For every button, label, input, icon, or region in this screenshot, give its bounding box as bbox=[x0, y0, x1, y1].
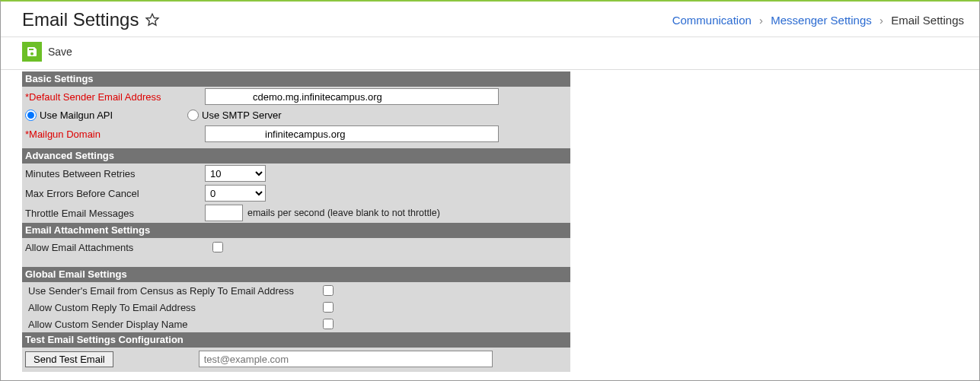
minutes-retries-label: Minutes Between Retries bbox=[25, 168, 205, 179]
page-title: Email Settings bbox=[22, 9, 139, 30]
toolbar: Save bbox=[1, 37, 979, 70]
chevron-right-icon: › bbox=[879, 14, 883, 27]
section-test-header: Test Email Settings Configuration bbox=[22, 332, 570, 348]
star-icon[interactable] bbox=[145, 12, 160, 27]
radio-smtp-label: Use SMTP Server bbox=[202, 110, 282, 121]
max-errors-label: Max Errors Before Cancel bbox=[25, 188, 205, 199]
default-sender-label: *Default Sender Email Address bbox=[25, 91, 205, 103]
mailgun-domain-label: *Mailgun Domain bbox=[25, 129, 205, 140]
test-email-input[interactable] bbox=[199, 351, 493, 367]
mailgun-domain-input[interactable] bbox=[205, 125, 499, 142]
send-test-email-button[interactable]: Send Test Email bbox=[25, 351, 113, 367]
section-basic-header: Basic Settings bbox=[22, 71, 570, 87]
save-label[interactable]: Save bbox=[48, 46, 72, 58]
page-header: Email Settings Communication › Messenger… bbox=[1, 2, 979, 37]
default-sender-input[interactable] bbox=[205, 88, 499, 105]
allow-attachments-checkbox[interactable] bbox=[212, 242, 223, 252]
custom-display-checkbox[interactable] bbox=[323, 319, 334, 329]
custom-reply-label: Allow Custom Reply To Email Address bbox=[25, 302, 313, 313]
section-advanced-header: Advanced Settings bbox=[22, 148, 570, 164]
chevron-right-icon: › bbox=[759, 14, 763, 27]
form-panel: Basic Settings *Default Sender Email Add… bbox=[22, 71, 570, 372]
custom-display-label: Allow Custom Sender Display Name bbox=[25, 319, 313, 330]
section-global-header: Global Email Settings bbox=[22, 267, 570, 282]
radio-mailgun[interactable] bbox=[25, 110, 37, 121]
save-button[interactable] bbox=[22, 42, 42, 62]
throttle-input[interactable] bbox=[205, 205, 243, 221]
census-reply-label: Use Sender's Email from Census as Reply … bbox=[25, 285, 313, 297]
radio-smtp[interactable] bbox=[187, 110, 199, 121]
save-icon bbox=[26, 46, 38, 58]
section-attach-header: Email Attachment Settings bbox=[22, 223, 570, 238]
census-reply-checkbox[interactable] bbox=[323, 285, 334, 296]
max-errors-select[interactable]: 0 bbox=[205, 185, 266, 202]
svg-marker-0 bbox=[146, 14, 158, 25]
breadcrumb-current: Email Settings bbox=[891, 14, 964, 27]
radio-mailgun-label: Use Mailgun API bbox=[40, 110, 113, 121]
breadcrumb-messenger-settings[interactable]: Messenger Settings bbox=[771, 14, 872, 27]
breadcrumb: Communication › Messenger Settings › Ema… bbox=[672, 14, 964, 27]
throttle-label: Throttle Email Messages bbox=[25, 208, 205, 219]
radio-smtp-option[interactable]: Use SMTP Server bbox=[187, 110, 282, 121]
allow-attachments-label: Allow Email Attachments bbox=[25, 242, 205, 253]
custom-reply-checkbox[interactable] bbox=[323, 302, 334, 313]
breadcrumb-communication[interactable]: Communication bbox=[672, 14, 752, 27]
radio-mailgun-option[interactable]: Use Mailgun API bbox=[25, 110, 113, 121]
throttle-hint: emails per second (leave blank to not th… bbox=[247, 208, 440, 218]
minutes-retries-select[interactable]: 10 bbox=[205, 165, 266, 182]
